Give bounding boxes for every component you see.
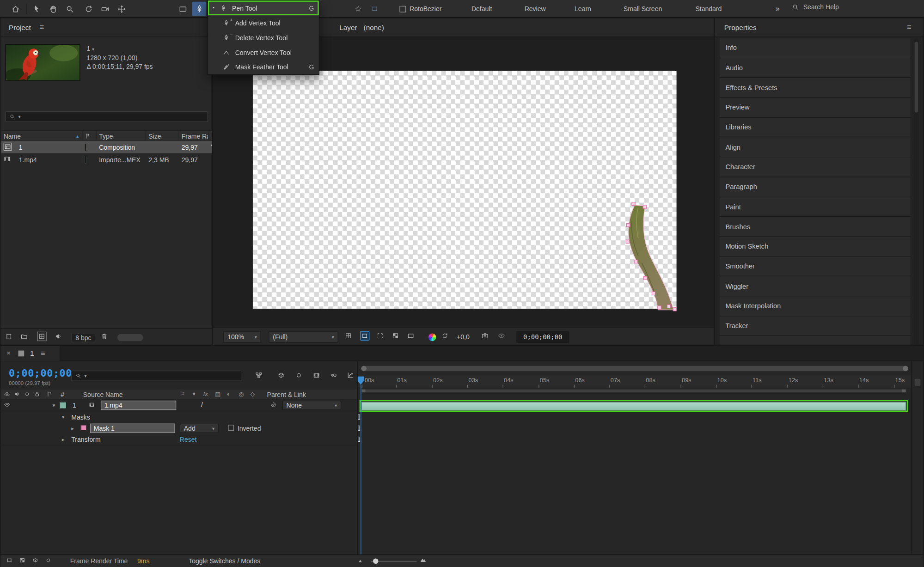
close-icon[interactable]: × <box>6 349 11 357</box>
properties-item-preview[interactable]: Preview <box>720 98 911 118</box>
timeline-zoom-slider[interactable] <box>371 561 416 562</box>
adjustment-switch-icon[interactable]: ◎ <box>239 390 244 397</box>
workspace-overflow-chevrons[interactable]: » <box>776 4 780 13</box>
orbit-tool-button[interactable] <box>81 2 96 16</box>
column-header-frame-rate[interactable]: Frame Ra... <box>179 131 209 141</box>
viewer-canvas[interactable] <box>253 71 677 309</box>
shy-switch-icon[interactable]: ⚐ <box>180 390 185 397</box>
mask-color-chip[interactable] <box>81 425 87 431</box>
zoom-in-mountain-icon[interactable] <box>420 557 426 563</box>
rotobezier-preview-button[interactable] <box>368 2 382 16</box>
masks-expand-caret[interactable]: ▾ <box>62 414 65 420</box>
properties-item-info[interactable]: Info <box>720 38 911 58</box>
workspace-tab-learn[interactable]: Learn <box>575 5 591 12</box>
timeline-vertical-scrollbar[interactable] <box>915 379 921 386</box>
layer-row[interactable]: ▾ 1 1.mp4 / None▾ <box>0 400 357 411</box>
exposure-reset-icon[interactable] <box>441 332 448 339</box>
exposure-value[interactable]: +0,0 <box>457 334 470 341</box>
snapshot-camera-icon[interactable] <box>482 332 489 339</box>
hand-tool-button[interactable] <box>46 2 60 16</box>
properties-item-brushes[interactable]: Brushes <box>720 217 911 237</box>
magnification-dropdown[interactable]: 100%▾ <box>223 331 261 342</box>
layer-color-chip[interactable] <box>60 402 67 408</box>
workspace-tab-review[interactable]: Review <box>525 5 546 12</box>
time-ruler[interactable]: :00s 01s 02s 03s 04s 05s 06s 07s 08s 09s… <box>357 375 911 388</box>
mask-visibility-icon[interactable] <box>360 331 369 340</box>
work-area-start-handle[interactable] <box>362 390 366 392</box>
layer-source-name[interactable]: 1.mp4 <box>101 401 176 410</box>
toggle-switches-modes-button[interactable]: Toggle Switches / Modes <box>177 557 272 564</box>
panel-menu-icon[interactable]: ≡ <box>41 349 45 358</box>
properties-item-align[interactable]: Align <box>720 138 911 158</box>
region-of-interest-icon[interactable] <box>377 332 384 339</box>
panel-menu-icon[interactable]: ≡ <box>907 22 912 31</box>
properties-item-audio[interactable]: Audio <box>720 58 911 78</box>
trash-icon[interactable] <box>101 333 108 340</box>
pen-menu-item-mask-feather[interactable]: Mask Feather Tool G <box>208 60 319 74</box>
zoom-slider-knob[interactable] <box>373 559 378 564</box>
layer-eye-icon[interactable] <box>4 402 10 408</box>
quality-switch[interactable]: / <box>201 401 203 409</box>
parent-link-dropdown[interactable]: None▾ <box>282 401 341 410</box>
mask-mode-dropdown[interactable]: Add▾ <box>180 424 219 433</box>
playhead[interactable] <box>357 377 364 385</box>
column-header-label[interactable] <box>82 131 97 141</box>
help-search[interactable]: Search Help <box>792 4 838 11</box>
parent-pick-whip-icon[interactable] <box>270 402 276 408</box>
home-button[interactable] <box>8 2 23 16</box>
label-color-chip[interactable] <box>85 156 86 163</box>
transform-reset-link[interactable]: Reset <box>180 436 197 443</box>
properties-item-tracker[interactable]: Tracker <box>720 316 911 336</box>
properties-item-wiggler[interactable]: Wiggler <box>720 276 911 296</box>
column-header-type[interactable]: Type <box>97 131 146 141</box>
view-layout-icon[interactable] <box>407 332 414 339</box>
pen-menu-item-pen-tool[interactable]: ▪ Pen Tool G <box>208 0 319 15</box>
rotobezier-checkbox[interactable] <box>399 6 406 12</box>
properties-item-motion-sketch[interactable]: Motion Sketch <box>720 237 911 256</box>
properties-item-character[interactable]: Character <box>720 158 911 177</box>
project-row-footage[interactable]: 1.mp4 Importe...MEX 2,3 MB 29,97 <box>1 153 212 165</box>
column-header-size[interactable]: Size <box>146 131 179 141</box>
workspace-tab-default[interactable]: Default <box>471 5 492 12</box>
color-management-wheel-icon[interactable] <box>428 334 436 341</box>
lock-icon[interactable] <box>34 391 40 397</box>
motion-blur-switch-icon[interactable]: ◐ <box>227 390 231 397</box>
project-row-composition[interactable]: 1 Composition 29,97 <box>1 141 212 153</box>
work-area-end-handle[interactable] <box>902 390 906 392</box>
mask-row[interactable]: ▸ Mask 1 Add▾ Inverted <box>0 423 357 434</box>
draft-3d-icon[interactable] <box>277 372 284 378</box>
transform-expand-caret[interactable]: ▸ <box>62 437 65 443</box>
interpret-footage-icon[interactable] <box>55 333 62 340</box>
pen-menu-item-convert-vertex[interactable]: Convert Vertex Tool <box>208 45 319 60</box>
scrollbar-thumb[interactable] <box>915 42 918 113</box>
playhead-line[interactable] <box>361 385 361 555</box>
pen-menu-item-add-vertex[interactable]: + Add Vertex Tool <box>208 15 319 30</box>
hide-shy-layers-icon[interactable] <box>295 372 302 378</box>
render-gauge-icon[interactable] <box>45 557 51 563</box>
navigator-start-handle[interactable] <box>361 366 367 371</box>
footage-name[interactable]: 1 <box>86 45 90 52</box>
layer-tab-value[interactable]: (none) <box>364 24 384 32</box>
label-color-chip[interactable] <box>85 143 86 150</box>
project-panel-title[interactable]: Project <box>9 24 31 32</box>
project-flowchart-icon[interactable] <box>5 333 12 340</box>
properties-item-mask-interpolation[interactable]: Mask Interpolation <box>720 296 911 316</box>
mask-expand-caret[interactable]: ▸ <box>71 425 74 431</box>
pan-behind-tool-button[interactable] <box>114 2 129 16</box>
show-snapshot-icon[interactable] <box>498 332 505 339</box>
viewer-timecode[interactable]: 0;00;00;00 <box>516 331 569 342</box>
transform-row[interactable]: ▸ Transform Reset <box>0 434 357 445</box>
column-header-number[interactable]: # <box>61 391 64 398</box>
frame-blend-switch-icon[interactable]: ▤ <box>215 390 220 397</box>
timeline-active-tab[interactable]: × 1 ≡ <box>0 346 59 361</box>
layer-expand-caret[interactable]: ▾ <box>52 402 55 408</box>
toggle-transfer-pane-icon[interactable] <box>19 557 25 563</box>
properties-scrollbar[interactable] <box>914 38 918 345</box>
solo-icon[interactable] <box>24 391 30 397</box>
shape-tool-button[interactable] <box>176 2 190 16</box>
workspace-tab-small-screen[interactable]: Small Screen <box>624 5 662 12</box>
work-area-bar[interactable] <box>361 389 906 393</box>
star-button[interactable] <box>351 2 366 16</box>
rotobezier-toggle[interactable]: RotoBezier <box>399 5 441 12</box>
audio-speaker-icon[interactable] <box>14 391 20 397</box>
